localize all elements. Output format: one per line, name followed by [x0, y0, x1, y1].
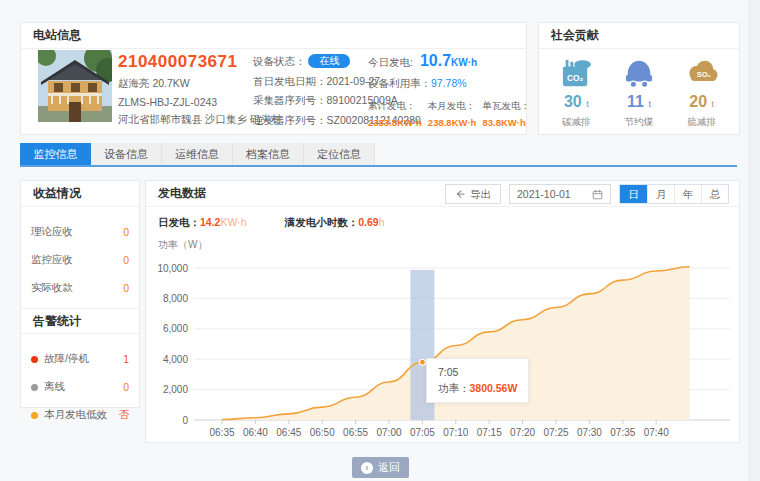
svg-text:07:40: 07:40	[644, 427, 669, 438]
so2-unit: t	[712, 99, 715, 109]
svg-text:06:55: 06:55	[343, 427, 368, 438]
solar-station-dashboard: 电站信息	[0, 0, 760, 481]
utilization-value: 97.78%	[431, 77, 467, 89]
so2-label: 硫减排	[685, 116, 719, 129]
back-button-label: 返回	[378, 460, 400, 475]
co2-factory-icon: CO₂	[559, 58, 593, 88]
alarm-section-title: 告警统计	[21, 308, 139, 334]
today-gen-value: 10.7	[420, 52, 451, 69]
station-owner: 赵海亮 20.7KW	[118, 77, 256, 91]
full-hours-value: 0.69	[358, 216, 378, 228]
co2-reduction-item: CO₂ 30 t 碳减排	[559, 58, 593, 129]
per-watt-gen-stat: 单瓦发电： 83.8KW·h	[482, 100, 530, 128]
tab-monitoring[interactable]: 监控信息	[20, 143, 91, 165]
svg-text:10,000: 10,000	[157, 263, 188, 274]
page-scrollbar[interactable]	[748, 0, 760, 481]
coal-unit: t	[648, 99, 651, 109]
export-button[interactable]: 导出	[445, 184, 501, 204]
station-house-photo	[38, 50, 112, 122]
tab-operation[interactable]: 运维信息	[162, 143, 233, 165]
range-day-button[interactable]: 日	[620, 185, 647, 203]
station-code: ZLMS-HBJ-ZJL-0243	[118, 96, 256, 108]
svg-text:07:30: 07:30	[577, 427, 602, 438]
total-gen-stat: 累计发电： 2383.8KW·h	[368, 100, 422, 128]
contribution-panel-title: 社会贡献	[539, 23, 739, 49]
station-panel-title: 电站信息	[21, 23, 526, 49]
station-basic-info: 210400073671 赵海亮 20.7KW ZLMS-HBJ-ZJL-024…	[118, 52, 256, 127]
full-hours-label: 满发电小时数：	[285, 216, 359, 228]
co2-value: 30	[564, 93, 582, 110]
coal-saved-item: 11 t 节约煤	[622, 58, 656, 129]
offline-dot-icon	[31, 384, 38, 391]
alarm-row-offline: 离线 0	[31, 380, 129, 394]
coal-label: 节约煤	[622, 116, 656, 129]
first-gen-label: 首日发电日期：	[253, 75, 327, 87]
daily-gen-unit: KW·h	[220, 216, 246, 228]
svg-text:CO₂: CO₂	[567, 73, 584, 83]
tab-location[interactable]: 定位信息	[304, 143, 375, 165]
inverter-sn-label: 逆变器序列号：	[253, 114, 327, 126]
main-tabbar: 监控信息 设备信息 运维信息 档案信息 定位信息	[20, 143, 737, 165]
power-curve-chart[interactable]: 02,0004,0006,0008,00010,00006:3506:4006:…	[154, 254, 731, 450]
revenue-row-received: 实际收款 0	[31, 281, 129, 295]
station-device-meta: 设备状态： 在线 首日发电日期：2021-09-27 采集器序列号：891002…	[253, 54, 373, 132]
svg-text:2,000: 2,000	[163, 384, 188, 395]
chart-panel-header: 发电数据 导出 2021-10-01 日 月 年 总	[146, 181, 739, 207]
today-gen-label: 今日发电:	[368, 56, 413, 68]
chart-summary-stats: 日发电：14.2KW·h满发电小时数：0.69h	[146, 207, 739, 230]
daily-gen-value: 14.2	[200, 216, 220, 228]
chart-tooltip: 7:05 功率：3800.56W	[426, 358, 529, 403]
svg-text:SO₂: SO₂	[696, 70, 710, 79]
co2-unit: t	[586, 99, 589, 109]
calendar-icon	[592, 189, 603, 200]
station-id: 210400073671	[118, 52, 256, 72]
today-gen-unit: KW·h	[451, 57, 477, 68]
tooltip-time: 7:05	[438, 364, 517, 380]
tab-archive[interactable]: 档案信息	[233, 143, 304, 165]
so2-reduction-item: SO₂ 20 t 硫减排	[685, 58, 719, 129]
svg-text:07:10: 07:10	[443, 427, 468, 438]
device-status-label: 设备状态：	[253, 55, 306, 67]
range-toggle-group: 日 月 年 总	[619, 184, 729, 204]
revenue-row-theoretical: 理论应收 0	[31, 225, 129, 239]
svg-text:07:20: 07:20	[510, 427, 535, 438]
tooltip-label: 功率：	[438, 382, 470, 394]
collector-sn-label: 采集器序列号：	[253, 94, 327, 106]
full-hours-unit: h	[379, 216, 385, 228]
y-axis-label: 功率（W）	[146, 238, 739, 252]
svg-text:8,000: 8,000	[163, 293, 188, 304]
range-month-button[interactable]: 月	[647, 185, 674, 203]
range-year-button[interactable]: 年	[674, 185, 701, 203]
svg-text:4,000: 4,000	[163, 354, 188, 365]
alarm-row-low-efficiency: 本月发电低效 否	[31, 408, 129, 422]
station-kpis: 今日发电:10.7KW·h 设备利用率：97.78% 累计发电： 2383.8K…	[368, 52, 523, 128]
svg-text:0: 0	[182, 415, 188, 426]
so2-cloud-icon: SO₂	[685, 58, 719, 88]
chart-toolbar: 导出 2021-10-01 日 月 年 总	[445, 184, 729, 204]
revenue-row-monitored: 监控应收 0	[31, 253, 129, 267]
svg-text:06:50: 06:50	[310, 427, 335, 438]
svg-text:06:35: 06:35	[209, 427, 234, 438]
alarm-row-fault: 故障/停机 1	[31, 352, 129, 366]
svg-text:06:40: 06:40	[243, 427, 268, 438]
generation-data-panel: 发电数据 导出 2021-10-01 日 月 年 总 日发电：14.	[145, 180, 740, 443]
low-efficiency-dot-icon	[31, 412, 38, 419]
station-info-panel: 电站信息	[20, 22, 527, 135]
date-value: 2021-10-01	[517, 182, 571, 207]
chart-panel-title: 发电数据	[158, 186, 206, 200]
device-status-badge: 在线	[308, 54, 350, 68]
svg-text:06:45: 06:45	[276, 427, 301, 438]
station-panel-body: 210400073671 赵海亮 20.7KW ZLMS-HBJ-ZJL-024…	[21, 49, 526, 135]
back-button[interactable]: ‹ 返回	[352, 457, 409, 478]
tab-device[interactable]: 设备信息	[91, 143, 162, 165]
svg-text:07:05: 07:05	[410, 427, 435, 438]
station-address: 河北省邯郸市魏县 沙口集乡 码头村	[118, 113, 256, 127]
co2-label: 碳减排	[559, 116, 593, 129]
revenue-alarm-panel: 收益情况 理论应收 0 监控应收 0 实际收款 0 告警统计 故障/停机 1 离…	[20, 180, 140, 408]
svg-text:07:25: 07:25	[543, 427, 568, 438]
range-total-button[interactable]: 总	[701, 185, 728, 203]
svg-text:6,000: 6,000	[163, 323, 188, 334]
so2-value: 20	[689, 93, 707, 110]
tooltip-value: 3800.56W	[470, 382, 518, 394]
date-picker[interactable]: 2021-10-01	[509, 184, 611, 204]
